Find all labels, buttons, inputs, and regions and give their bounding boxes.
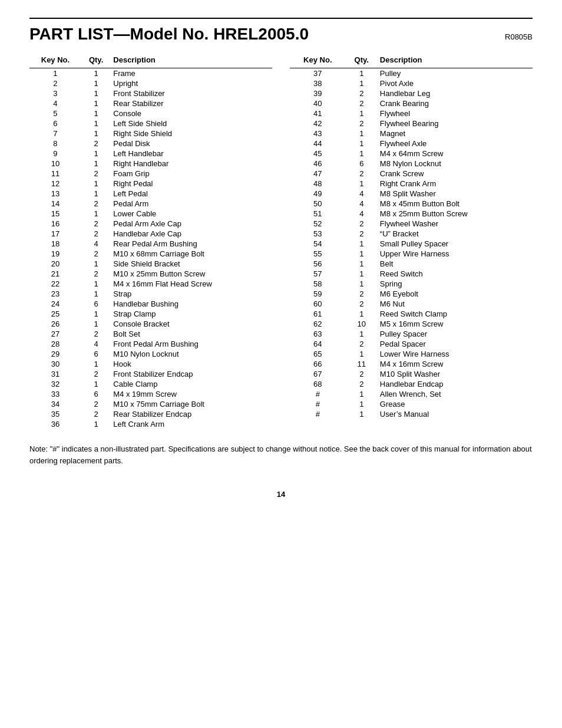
table-row: 28 4 Front Pedal Arm Bushing xyxy=(29,339,272,349)
key-no: 30 xyxy=(29,359,81,369)
table-row: 56 1 Belt xyxy=(290,259,533,269)
qty: 2 xyxy=(81,169,111,179)
description: Lower Cable xyxy=(111,209,272,219)
right-parts-column: Key No. Qty. Description 37 1 Pulley 38 … xyxy=(290,54,533,429)
key-no: 51 xyxy=(290,209,346,219)
qty: 1 xyxy=(346,78,378,88)
qty: 6 xyxy=(81,299,111,309)
table-row: 64 2 Pedal Spacer xyxy=(290,339,533,349)
table-row: 50 4 M8 x 45mm Button Bolt xyxy=(290,199,533,209)
key-no: 8 xyxy=(29,139,81,149)
description: Front Stabilizer Endcap xyxy=(111,369,272,379)
key-no: 45 xyxy=(290,149,346,159)
description: Crank Bearing xyxy=(378,98,533,108)
table-row: # 1 Allen Wrench, Set xyxy=(290,389,533,399)
right-parts-table: Key No. Qty. Description 37 1 Pulley 38 … xyxy=(290,54,533,419)
key-no: 16 xyxy=(29,219,81,229)
key-no: 60 xyxy=(290,299,346,309)
key-no: 34 xyxy=(29,399,81,409)
qty: 1 xyxy=(81,179,111,189)
qty: 4 xyxy=(346,209,378,219)
key-no: # xyxy=(290,399,346,409)
table-row: 10 1 Right Handlebar xyxy=(29,159,272,169)
description: Right Side Shield xyxy=(111,129,272,139)
qty: 1 xyxy=(81,118,111,129)
page-header: PART LIST—Model No. HREL2005.0 R0805B xyxy=(29,18,533,44)
table-row: 11 2 Foam Grip xyxy=(29,169,272,179)
table-row: 25 1 Strap Clamp xyxy=(29,309,272,319)
description: Spring xyxy=(378,279,533,289)
description: Right Crank Arm xyxy=(378,179,533,189)
key-no: 47 xyxy=(290,169,346,179)
qty: 1 xyxy=(346,309,378,319)
qty: 2 xyxy=(346,379,378,389)
left-header-keyno: Key No. xyxy=(29,54,81,68)
key-no: 67 xyxy=(290,369,346,379)
table-row: 9 1 Left Handlebar xyxy=(29,149,272,159)
key-no: 53 xyxy=(290,229,346,239)
key-no: 1 xyxy=(29,68,81,79)
table-row: # 1 User’s Manual xyxy=(290,409,533,419)
table-row: # 1 Grease xyxy=(290,399,533,409)
description: M10 x 25mm Button Screw xyxy=(111,269,272,279)
qty: 10 xyxy=(346,319,378,329)
qty: 1 xyxy=(81,259,111,269)
table-row: 36 1 Left Crank Arm xyxy=(29,419,272,429)
key-no: 42 xyxy=(290,118,346,129)
table-row: 39 2 Handlebar Leg xyxy=(290,88,533,98)
description: Flywheel Bearing xyxy=(378,118,533,129)
key-no: 62 xyxy=(290,319,346,329)
table-row: 12 1 Right Pedal xyxy=(29,179,272,189)
key-no: 65 xyxy=(290,349,346,359)
key-no: 54 xyxy=(290,239,346,249)
description: M6 Nut xyxy=(378,299,533,309)
page-title: PART LIST—Model No. HREL2005.0 xyxy=(29,25,309,44)
table-row: 62 10 M5 x 16mm Screw xyxy=(290,319,533,329)
key-no: 7 xyxy=(29,129,81,139)
key-no: 23 xyxy=(29,289,81,299)
table-row: 52 2 Flywheel Washer xyxy=(290,219,533,229)
description: M8 Split Washer xyxy=(378,189,533,199)
description: Cable Clamp xyxy=(111,379,272,389)
key-no: 3 xyxy=(29,88,81,98)
key-no: 59 xyxy=(290,289,346,299)
key-no: 39 xyxy=(290,88,346,98)
description: Handlebar Leg xyxy=(378,88,533,98)
qty: 4 xyxy=(346,199,378,209)
key-no: 9 xyxy=(29,149,81,159)
right-header-qty: Qty. xyxy=(346,54,378,68)
qty: 2 xyxy=(346,219,378,229)
qty: 2 xyxy=(346,289,378,299)
qty: 2 xyxy=(81,229,111,239)
qty: 2 xyxy=(81,409,111,419)
description: Belt xyxy=(378,259,533,269)
description: Upright xyxy=(111,78,272,88)
qty: 1 xyxy=(81,189,111,199)
table-row: 22 1 M4 x 16mm Flat Head Screw xyxy=(29,279,272,289)
table-row: 15 1 Lower Cable xyxy=(29,209,272,219)
qty: 2 xyxy=(346,88,378,98)
description: Front Stabilizer xyxy=(111,88,272,98)
key-no: 29 xyxy=(29,349,81,359)
table-row: 4 1 Rear Stabilizer xyxy=(29,98,272,108)
table-row: 27 2 Bolt Set xyxy=(29,329,272,339)
table-row: 57 1 Reed Switch xyxy=(290,269,533,279)
description: M10 x 68mm Carriage Bolt xyxy=(111,249,272,259)
qty: 4 xyxy=(81,339,111,349)
key-no: 43 xyxy=(290,129,346,139)
note-section: Note: "#" indicates a non-illustrated pa… xyxy=(29,443,533,466)
key-no: 24 xyxy=(29,299,81,309)
table-row: 21 2 M10 x 25mm Button Screw xyxy=(29,269,272,279)
key-no: 17 xyxy=(29,229,81,239)
description: Upper Wire Harness xyxy=(378,249,533,259)
description: Pivot Axle xyxy=(378,78,533,88)
description: Handlebar Bushing xyxy=(111,299,272,309)
table-row: 42 2 Flywheel Bearing xyxy=(290,118,533,129)
key-no: 37 xyxy=(290,68,346,79)
key-no: 31 xyxy=(29,369,81,379)
table-row: 23 1 Strap xyxy=(29,289,272,299)
table-row: 60 2 M6 Nut xyxy=(290,299,533,309)
qty: 1 xyxy=(81,68,111,79)
description: Crank Screw xyxy=(378,169,533,179)
description: M8 x 45mm Button Bolt xyxy=(378,199,533,209)
